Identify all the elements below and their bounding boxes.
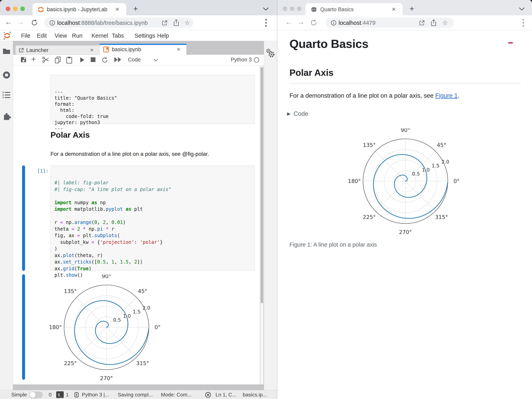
dock-tab-launcher[interactable]: Launcher ×: [15, 45, 100, 55]
copy-icon[interactable]: [54, 56, 61, 63]
chevron-down-icon[interactable]: [519, 7, 525, 11]
minimize-icon[interactable]: [290, 6, 294, 11]
save-icon[interactable]: [20, 56, 27, 63]
code-cell-editor[interactable]: #| label: fig-polar#| fig-cap: "A line p…: [51, 166, 255, 271]
raw-cell-lines: ---title: "Quarto Basics"format: html: c…: [54, 89, 251, 132]
globe-icon: [311, 6, 317, 12]
close-icon[interactable]: [283, 6, 287, 11]
menu-kernel[interactable]: Kernel: [91, 32, 108, 39]
info-icon[interactable]: [331, 20, 337, 26]
address-bar[interactable]: localhost:8888/lab/tree/basics.ipynb ☆: [44, 18, 193, 28]
gears-icon[interactable]: [266, 49, 275, 58]
polar-plot-notebook-output: 0°45°90°135°180°225°270°315°0.51.01.52.0: [49, 275, 164, 381]
minimize-icon[interactable]: [13, 6, 18, 11]
menu-settings[interactable]: Settings: [134, 32, 155, 39]
figure-link[interactable]: Figure 1: [435, 92, 458, 99]
dock-tab-label: Launcher: [26, 47, 49, 53]
svg-text:225°: 225°: [363, 214, 376, 220]
paste-icon[interactable]: [66, 56, 73, 64]
menu-view[interactable]: View: [55, 32, 67, 39]
svg-text:1.5: 1.5: [133, 309, 141, 315]
svg-text:0°: 0°: [155, 324, 161, 330]
tab-close-icon[interactable]: ×: [90, 46, 94, 54]
run-all-icon[interactable]: [114, 57, 122, 62]
restart-icon[interactable]: [101, 56, 108, 64]
notebook-toolbar: + Code Python 3: [13, 55, 264, 65]
output-collapser[interactable]: [22, 274, 25, 380]
reload-icon[interactable]: [31, 19, 38, 26]
browser-tab[interactable]: Quarto Basics ×: [305, 3, 403, 15]
mode-indicator[interactable]: Mode: Com...: [161, 392, 192, 398]
zoom-icon[interactable]: [20, 6, 25, 11]
launcher-icon: [19, 48, 24, 53]
execution-count: [1]:: [30, 168, 49, 174]
svg-text:45°: 45°: [437, 142, 446, 148]
cut-icon[interactable]: [42, 56, 49, 63]
tab-close-icon[interactable]: ×: [115, 5, 119, 13]
new-tab-button[interactable]: +: [410, 4, 414, 13]
browser-tabstrip: Quarto Basics × +: [277, 0, 532, 15]
kernels-count[interactable]: 1: [66, 392, 69, 398]
share-icon[interactable]: [431, 19, 437, 26]
code-fold-summary[interactable]: ▶Code: [287, 110, 308, 117]
svg-text:0.5: 0.5: [412, 171, 420, 177]
svg-text:270°: 270°: [100, 375, 113, 381]
scrollbar-thumb[interactable]: [261, 67, 263, 303]
kebab-menu-icon[interactable]: [265, 18, 267, 27]
chevron-down-icon[interactable]: [153, 59, 158, 62]
close-icon[interactable]: [6, 6, 10, 11]
right-sidebar: [264, 41, 277, 399]
menu-help[interactable]: Help: [157, 32, 169, 39]
browser-tabstrip: basics.ipynb - JupyterLab × +: [0, 0, 277, 15]
svg-text:90°: 90°: [102, 275, 111, 279]
menu-edit[interactable]: Edit: [37, 32, 47, 39]
code-cell-lines: #| label: fig-polar#| fig-cap: "A line p…: [54, 180, 251, 279]
tab-close-icon[interactable]: ×: [177, 45, 180, 53]
dock-tab-notebook[interactable]: basics.ipynb ×: [100, 44, 186, 55]
tab-close-icon[interactable]: ×: [392, 5, 396, 13]
kebab-menu-icon[interactable]: [522, 18, 524, 27]
open-in-new-icon[interactable]: [419, 20, 425, 26]
svg-text:90°: 90°: [401, 129, 410, 133]
open-in-new-icon[interactable]: [162, 20, 168, 26]
extensions-icon[interactable]: [2, 112, 11, 121]
share-icon[interactable]: [173, 19, 179, 26]
input-collapser[interactable]: [22, 166, 25, 271]
terminal-badge-icon[interactable]: $_: [56, 391, 64, 398]
kernel-status-text[interactable]: Python 3 |...: [82, 392, 109, 398]
insert-cell-icon[interactable]: +: [31, 55, 36, 64]
menu-file[interactable]: File: [21, 32, 30, 39]
active-file-name: basics.ip...: [243, 392, 267, 398]
back-icon[interactable]: ←: [5, 18, 12, 26]
menu-tabs[interactable]: Tabs: [112, 32, 124, 39]
menu-run[interactable]: Run: [72, 32, 82, 39]
status-bar: Simple 0 $_ 1 Python 3 |... Saving compl…: [0, 390, 277, 399]
running-kernels-icon[interactable]: [2, 71, 11, 79]
new-tab-button[interactable]: +: [133, 4, 138, 13]
cursor-position[interactable]: Ln 1, C...: [215, 392, 236, 398]
stop-icon[interactable]: [91, 57, 95, 62]
chevron-down-icon[interactable]: [263, 7, 269, 11]
forward-icon[interactable]: →: [297, 18, 305, 26]
browser-tab[interactable]: basics.ipynb - JupyterLab ×: [32, 3, 126, 15]
back-icon[interactable]: ←: [285, 18, 292, 26]
star-icon[interactable]: ☆: [184, 19, 190, 26]
terminals-count[interactable]: 0: [49, 392, 51, 398]
table-of-contents-icon[interactable]: [2, 91, 11, 98]
folder-icon[interactable]: [2, 47, 11, 54]
zoom-icon[interactable]: [297, 6, 302, 11]
run-icon[interactable]: [80, 57, 85, 63]
reload-icon[interactable]: [310, 19, 317, 26]
cell-type-select[interactable]: Code: [128, 57, 141, 63]
star-icon[interactable]: ☆: [442, 19, 448, 26]
simple-mode-toggle[interactable]: [29, 392, 43, 398]
scrollbar-track[interactable]: [260, 65, 263, 384]
active-tab-indicator: [100, 44, 186, 45]
markdown-heading: Polar Axis: [51, 130, 90, 140]
raw-cell-editor[interactable]: ---title: "Quarto Basics"format: html: c…: [51, 75, 255, 124]
info-icon[interactable]: [49, 20, 55, 26]
address-bar[interactable]: localhost:4479 ☆: [326, 18, 454, 28]
shield-x-icon[interactable]: [205, 392, 211, 398]
forward-icon[interactable]: →: [17, 18, 25, 26]
kernel-name[interactable]: Python 3: [231, 57, 252, 63]
